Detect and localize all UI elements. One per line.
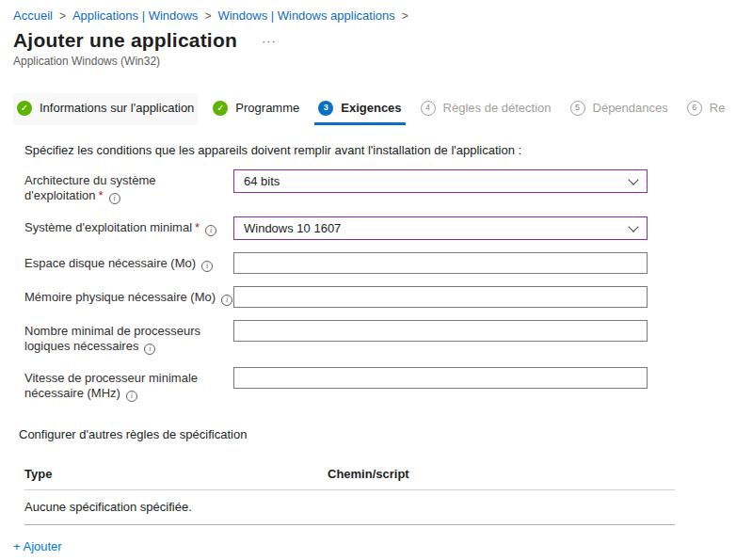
form-row-minimum-os: Système d'exploitation minimal*iWindows … bbox=[24, 216, 752, 240]
add-application-page: Accueil>Applications | Windows>Windows |… bbox=[0, 0, 752, 560]
select-value: Windows 10 1607 bbox=[244, 221, 341, 235]
field-label-text: Espace disque nécessaire (Mo) bbox=[24, 256, 196, 270]
physical-memory-input[interactable] bbox=[233, 286, 648, 308]
step-label: Re bbox=[710, 101, 726, 115]
field-label-cpu-speed: Vitesse de processeur minimale nécessair… bbox=[24, 367, 233, 402]
step-number-badge: 6 bbox=[687, 101, 702, 116]
field-control bbox=[233, 286, 648, 308]
info-icon[interactable]: i bbox=[201, 261, 213, 272]
add-rule-link[interactable]: + Ajouter bbox=[13, 539, 62, 553]
requirements-form: Architecture du système d'exploitation*i… bbox=[24, 169, 752, 402]
breadcrumb-separator-icon: > bbox=[402, 9, 408, 23]
page-title: Ajouter une application bbox=[13, 29, 237, 52]
form-row-cpu-speed: Vitesse de processeur minimale nécessair… bbox=[24, 367, 752, 402]
breadcrumb: Accueil>Applications | Windows>Windows |… bbox=[0, 0, 752, 23]
minimum-os-select[interactable]: Windows 10 1607 bbox=[233, 216, 648, 240]
form-description: Spécifiez les conditions que les apparei… bbox=[24, 143, 752, 157]
breadcrumb-link[interactable]: Windows | Windows applications bbox=[217, 8, 394, 23]
form-row-os-architecture: Architecture du système d'exploitation*i… bbox=[24, 169, 752, 204]
form-row-physical-memory: Mémoire physique nécessaire (Mo)i bbox=[24, 286, 752, 308]
wizard-step-detection-rules[interactable]: 4Règles de détection bbox=[417, 93, 555, 125]
wizard-step-requirements[interactable]: 3Exigences bbox=[314, 93, 405, 125]
form-row-logical-processors: Nombre minimal de processeurs logiques n… bbox=[24, 320, 752, 355]
rules-table-header: TypeChemin/script bbox=[24, 462, 675, 490]
breadcrumb-link[interactable]: Accueil bbox=[13, 8, 53, 23]
rules-table: TypeChemin/script Aucune spécification s… bbox=[24, 462, 675, 525]
required-asterisk: * bbox=[195, 220, 200, 234]
step-label: Programme bbox=[235, 101, 299, 115]
chevron-down-icon bbox=[628, 174, 638, 184]
check-icon: ✓ bbox=[17, 101, 32, 116]
column-header-type: Type bbox=[24, 467, 328, 481]
select-value: 64 bits bbox=[244, 174, 280, 188]
info-icon[interactable]: i bbox=[205, 225, 216, 236]
wizard-step-supersedence[interactable]: 6Re bbox=[683, 93, 729, 125]
more-options-button[interactable]: ··· bbox=[262, 35, 277, 47]
field-control: Windows 10 1607 bbox=[233, 216, 648, 240]
info-icon[interactable]: i bbox=[109, 193, 120, 204]
page-header: Ajouter une application ··· bbox=[13, 29, 752, 52]
field-label-text: Mémoire physique nécessaire (Mo) bbox=[24, 290, 216, 304]
logical-processors-input[interactable] bbox=[233, 320, 648, 342]
breadcrumb-link[interactable]: Applications | Windows bbox=[72, 8, 198, 23]
field-label-minimum-os: Système d'exploitation minimal*i bbox=[24, 216, 233, 236]
chevron-down-icon bbox=[628, 221, 638, 232]
field-label-text: Vitesse de processeur minimale nécessair… bbox=[24, 371, 198, 400]
field-control: 64 bits bbox=[233, 169, 648, 193]
page-subtitle: Application Windows (Win32) bbox=[13, 55, 752, 68]
os-architecture-select[interactable]: 64 bits bbox=[233, 169, 648, 193]
step-number-badge: 3 bbox=[318, 101, 333, 116]
field-label-physical-memory: Mémoire physique nécessaire (Mo)i bbox=[24, 286, 233, 306]
cpu-speed-input[interactable] bbox=[233, 367, 648, 389]
field-control bbox=[233, 320, 648, 342]
field-label-os-architecture: Architecture du système d'exploitation*i bbox=[24, 169, 233, 204]
column-header-chemin-script: Chemin/script bbox=[328, 467, 409, 481]
step-number-badge: 4 bbox=[421, 101, 436, 116]
field-label-disk-space: Espace disque nécessaire (Mo)i bbox=[24, 252, 233, 272]
info-icon[interactable]: i bbox=[126, 391, 137, 402]
form-row-disk-space: Espace disque nécessaire (Mo)i bbox=[24, 252, 752, 274]
wizard-steps: ✓Informations sur l'application✓Programm… bbox=[13, 93, 752, 125]
step-number-badge: 5 bbox=[570, 101, 585, 116]
wizard-step-dependencies[interactable]: 5Dépendances bbox=[567, 93, 672, 125]
breadcrumb-separator-icon: > bbox=[204, 9, 211, 23]
field-label-text: Architecture du système d'exploitation bbox=[24, 173, 155, 202]
info-icon[interactable]: i bbox=[144, 344, 155, 355]
wizard-step-program[interactable]: ✓Programme bbox=[209, 93, 303, 125]
check-icon: ✓ bbox=[213, 101, 228, 116]
breadcrumb-separator-icon: > bbox=[59, 9, 66, 23]
info-icon[interactable]: i bbox=[221, 295, 232, 306]
disk-space-input[interactable] bbox=[233, 252, 648, 274]
rules-table-empty-row: Aucune spécification spécifiée. bbox=[24, 490, 675, 525]
field-label-text: Système d'exploitation minimal bbox=[24, 220, 192, 234]
step-label: Exigences bbox=[341, 101, 401, 115]
wizard-step-app-information[interactable]: ✓Informations sur l'application bbox=[13, 93, 198, 125]
rules-section-heading: Configurer d'autres règles de spécificat… bbox=[19, 427, 752, 441]
field-control bbox=[233, 367, 648, 389]
step-label: Informations sur l'application bbox=[40, 101, 194, 115]
field-label-text: Nombre minimal de processeurs logiques n… bbox=[24, 324, 200, 353]
required-asterisk: * bbox=[98, 188, 103, 202]
step-label: Dépendances bbox=[593, 101, 668, 115]
step-label: Règles de détection bbox=[443, 101, 552, 115]
field-label-logical-processors: Nombre minimal de processeurs logiques n… bbox=[24, 320, 233, 355]
field-control bbox=[233, 252, 648, 274]
